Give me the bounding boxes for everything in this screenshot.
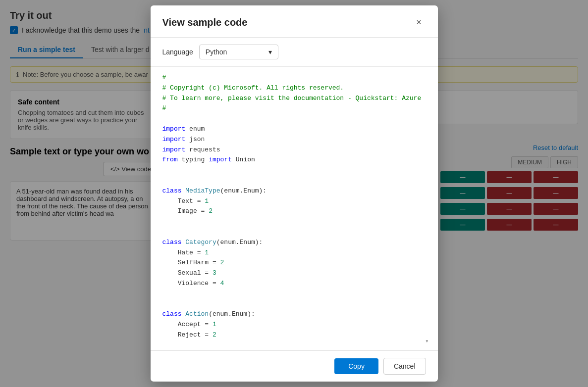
code-line-blank8 xyxy=(162,340,426,350)
chevron-down-icon: ▾ xyxy=(268,48,272,56)
code-line-blank7 xyxy=(162,299,426,310)
code-block: # # Copyright (c) Microsoft. All rights … xyxy=(162,73,426,350)
code-line-blank5 xyxy=(162,227,426,238)
code-line-class2: class Category(enum.Enum): xyxy=(162,238,426,248)
code-line-import3: import requests xyxy=(162,145,426,155)
code-area[interactable]: # # Copyright (c) Microsoft. All rights … xyxy=(151,67,438,350)
code-line-import2: import json xyxy=(162,135,426,145)
code-line-accept: Accept = 1 xyxy=(162,320,426,330)
code-line-violence: Violence = 4 xyxy=(162,279,426,289)
cancel-button[interactable]: Cancel xyxy=(383,358,426,375)
modal-title: View sample code xyxy=(162,17,248,28)
modal-header: View sample code × xyxy=(151,5,438,38)
code-line-3: # To learn more, please visit the docume… xyxy=(162,94,426,104)
code-line-import1: import enum xyxy=(162,124,426,135)
code-line-blank4 xyxy=(162,217,426,227)
modal-overlay: View sample code × Language Python ▾ # #… xyxy=(0,0,588,387)
code-line-import4: from typing import Union xyxy=(162,155,426,165)
code-line-4: # xyxy=(162,103,426,114)
code-line-image: Image = 2 xyxy=(162,206,426,217)
code-line-text1: Text = 1 xyxy=(162,196,426,207)
code-line-1: # xyxy=(162,73,426,83)
code-line-2: # Copyright (c) Microsoft. All rights re… xyxy=(162,83,426,94)
modal-close-button[interactable]: × xyxy=(412,15,426,29)
view-sample-code-modal: View sample code × Language Python ▾ # #… xyxy=(151,5,438,382)
code-line-class3: class Action(enum.Enum): xyxy=(162,309,426,320)
code-line-blank6 xyxy=(162,289,426,299)
code-line-reject: Reject = 2 xyxy=(162,330,426,340)
code-line-sexual: Sexual = 3 xyxy=(162,268,426,279)
code-line-hate: Hate = 1 xyxy=(162,248,426,258)
code-line-blank2 xyxy=(162,165,426,176)
copy-button[interactable]: Copy xyxy=(334,358,378,374)
language-dropdown[interactable]: Python ▾ xyxy=(199,45,278,59)
modal-footer: Copy Cancel xyxy=(151,350,438,382)
language-row: Language Python ▾ xyxy=(151,38,438,67)
code-line-class1: class MediaType(enum.Enum): xyxy=(162,186,426,196)
code-line-blank3 xyxy=(162,176,426,186)
code-line-blank1 xyxy=(162,114,426,124)
language-value: Python xyxy=(206,48,227,56)
scroll-down-arrow: ▾ xyxy=(425,337,428,346)
code-line-selfharm: SelfHarm = 2 xyxy=(162,258,426,268)
language-label: Language xyxy=(162,48,193,56)
